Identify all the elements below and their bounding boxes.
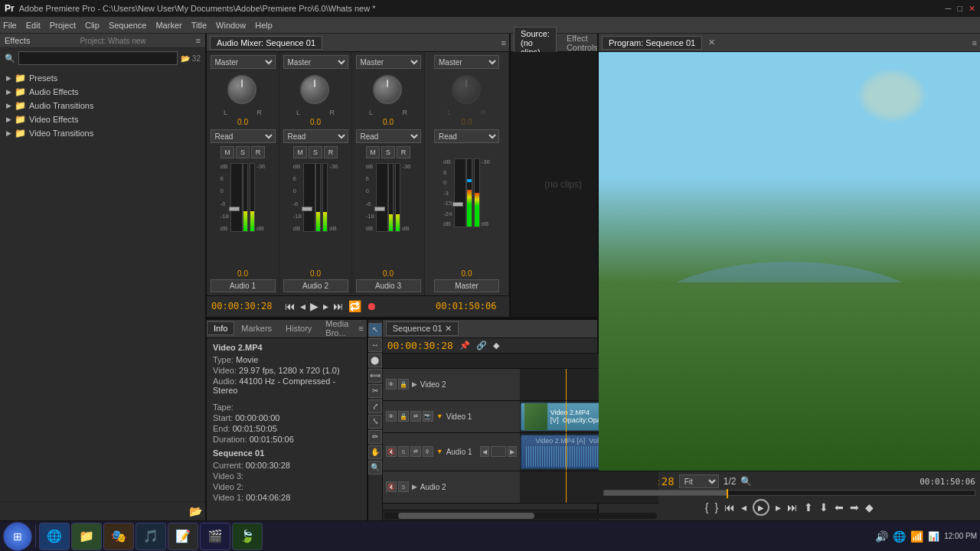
pen-tool-btn[interactable]: ✏ [368, 430, 382, 444]
track-video1-eye-icon[interactable]: 👁 [386, 411, 397, 422]
track-select-tool-btn[interactable]: ↔ [368, 338, 382, 352]
tab-markers[interactable]: Markers [234, 321, 279, 335]
loop-btn[interactable]: 🔁 [348, 300, 361, 312]
linked-selection-btn[interactable]: 🔗 [476, 341, 487, 350]
channel2-pan-knob[interactable] [300, 75, 331, 106]
tab-history[interactable]: History [279, 321, 318, 335]
menu-sequence[interactable]: Sequence [109, 21, 147, 30]
taskbar-other-btn[interactable]: 🍃 [232, 523, 263, 550]
prog-overwrite-btn[interactable]: ➡ [850, 501, 859, 514]
fit-dropdown[interactable]: Fit 25% 50% 75% 100% [679, 474, 719, 488]
effects-menu-icon[interactable]: ≡ [196, 36, 201, 45]
audio1-ctrl1[interactable]: ◀ [480, 446, 489, 457]
ripple-edit-tool-btn[interactable]: ⬤ [368, 354, 382, 367]
tab-media-browser[interactable]: Media Bro... [318, 317, 355, 340]
maximize-btn[interactable]: □ [957, 4, 962, 13]
program-scrubber[interactable] [603, 490, 975, 496]
audio1-ctrl3[interactable]: ▶ [508, 446, 517, 457]
snap-btn[interactable]: 📌 [459, 341, 470, 350]
taskbar-music-btn[interactable]: 🎵 [136, 523, 166, 550]
tab-sequence01[interactable]: Sequence 01 ✕ [386, 321, 459, 336]
channel3-pan-knob[interactable] [373, 75, 403, 106]
go-to-out-btn[interactable]: ⏭ [333, 300, 344, 312]
track-video1-sync-icon[interactable]: ⇄ [410, 411, 421, 422]
prog-lift-btn[interactable]: ⬆ [804, 501, 813, 514]
systray-icon3[interactable]: 📶 [910, 530, 923, 543]
track-video1-cam-icon[interactable]: 📷 [423, 411, 433, 422]
track-audio1-mute-icon[interactable]: 🔇 [386, 446, 397, 457]
tab-program[interactable]: Program: Sequence 01 [602, 36, 702, 50]
tree-presets[interactable]: ▶ 📁 Presets [0, 71, 205, 85]
tab-audio-mixer[interactable]: Audio Mixer: Sequence 01 [210, 36, 322, 50]
tree-video-effects[interactable]: ▶ 📁 Video Effects [0, 112, 205, 126]
track-video2-eye-icon[interactable]: 👁 [386, 379, 397, 390]
zoom-level-display[interactable]: 1/2 [724, 476, 737, 487]
track-audio2-expand-icon[interactable]: ▶ [412, 483, 417, 491]
add-marker-btn[interactable]: ◆ [493, 341, 499, 350]
channel1-s-btn[interactable]: S [236, 146, 250, 158]
channel1-m-btn[interactable]: M [220, 146, 234, 158]
track-audio1-mic-icon[interactable]: 🎙 [423, 446, 433, 457]
channel3-read-dropdown[interactable]: Read [356, 129, 421, 143]
master-mode-dropdown[interactable]: Master [434, 55, 499, 69]
channel2-mode-dropdown[interactable]: Master [283, 55, 348, 69]
audio1-ctrl2[interactable] [491, 446, 506, 457]
menu-edit[interactable]: Edit [26, 21, 41, 30]
track-audio1-expand-icon[interactable]: ▼ [436, 448, 443, 455]
step-fwd-btn[interactable]: ▸ [323, 300, 328, 312]
prog-play-btn[interactable]: ▶ [753, 499, 769, 516]
systray-icon1[interactable]: 🔊 [875, 530, 888, 543]
channel1-read-dropdown[interactable]: Read [211, 129, 276, 143]
channel1-mode-dropdown[interactable]: Master [211, 55, 276, 69]
track-audio2-mute-icon[interactable]: 🔇 [386, 481, 397, 492]
systray-icon2[interactable]: 🌐 [893, 530, 906, 543]
menu-title[interactable]: Title [191, 21, 207, 30]
track-video2-lock-icon[interactable]: 🔒 [398, 379, 409, 390]
channel3-m-btn[interactable]: M [366, 146, 380, 158]
rate-stretch-tool-btn[interactable]: ⟺ [368, 369, 382, 383]
channel3-s-btn[interactable]: S [381, 146, 395, 158]
track-video2-expand-icon[interactable]: ▶ [412, 380, 417, 388]
select-tool-btn[interactable]: ↖ [368, 323, 382, 337]
slip-tool-btn[interactable]: ⤤ [368, 399, 382, 413]
close-btn[interactable]: ✕ [969, 4, 975, 14]
prog-mark-in-btn[interactable]: { [705, 501, 709, 514]
taskbar-media-btn[interactable]: 🎭 [103, 523, 134, 550]
scrollbar-thumb[interactable] [398, 513, 534, 519]
track-video1-expand-icon[interactable]: ▼ [436, 412, 443, 420]
slide-tool-btn[interactable]: ⤥ [368, 415, 382, 429]
prog-step-back-btn[interactable]: ◂ [741, 501, 746, 514]
track-audio1-sync-icon[interactable]: ⇄ [410, 446, 421, 457]
scrollbar-track[interactable] [384, 513, 657, 519]
prog-insert-btn[interactable]: ⬅ [835, 501, 844, 514]
taskbar-docs-btn[interactable]: 📝 [168, 523, 198, 550]
step-back-btn[interactable]: ◂ [300, 300, 305, 312]
menu-help[interactable]: Help [255, 21, 273, 30]
channel2-s-btn[interactable]: S [309, 146, 322, 158]
prog-add-marker-btn[interactable]: ◆ [865, 501, 874, 514]
channel1-r-btn[interactable]: R [251, 146, 265, 158]
menu-project[interactable]: Project [50, 21, 76, 30]
track-audio1-solo-icon[interactable]: S [398, 446, 409, 457]
prog-step-fwd-btn[interactable]: ▸ [776, 501, 781, 514]
info-panel-menu[interactable]: ≡ [355, 322, 366, 334]
master-read-dropdown[interactable]: Read [434, 129, 499, 143]
menu-marker[interactable]: Marker [155, 21, 181, 30]
search-input[interactable] [18, 51, 178, 65]
track-video1-lock-icon[interactable]: 🔒 [398, 411, 409, 422]
prog-extract-btn[interactable]: ⬇ [819, 501, 828, 514]
channel2-r-btn[interactable]: R [324, 146, 338, 158]
record-btn[interactable]: ⏺ [366, 300, 377, 312]
start-button[interactable]: ⊞ [3, 522, 32, 551]
audio-mixer-menu[interactable]: ≡ [501, 38, 506, 47]
systray-icon4[interactable]: 📊 [928, 531, 939, 542]
menu-window[interactable]: Window [216, 21, 246, 30]
tree-audio-effects[interactable]: ▶ 📁 Audio Effects [0, 85, 205, 99]
minimize-btn[interactable]: ─ [946, 4, 952, 13]
channel2-m-btn[interactable]: M [293, 146, 307, 158]
program-close-icon[interactable]: ✕ [708, 37, 715, 47]
program-menu[interactable]: ≡ [972, 38, 977, 47]
menu-file[interactable]: File [3, 21, 17, 30]
menu-clip[interactable]: Clip [85, 21, 100, 30]
go-to-in-btn[interactable]: ⏮ [285, 300, 296, 312]
